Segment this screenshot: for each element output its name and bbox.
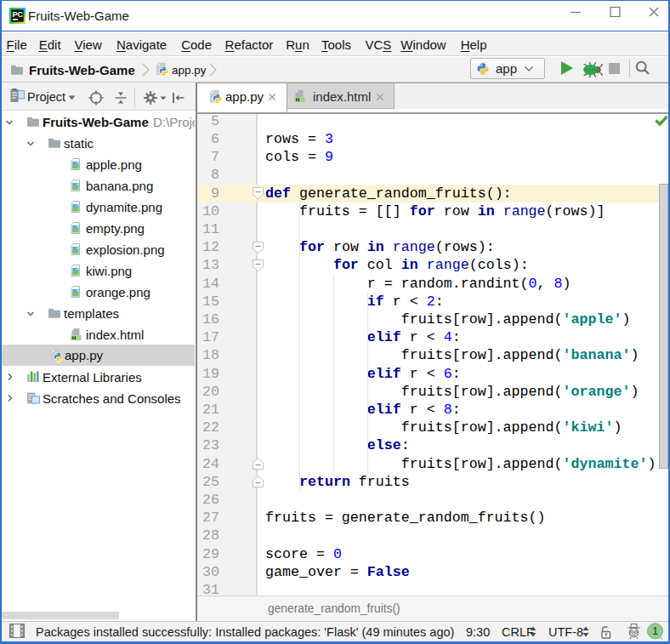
svg-text:PC: PC (12, 10, 23, 19)
svg-text:1: 1 (652, 624, 658, 637)
